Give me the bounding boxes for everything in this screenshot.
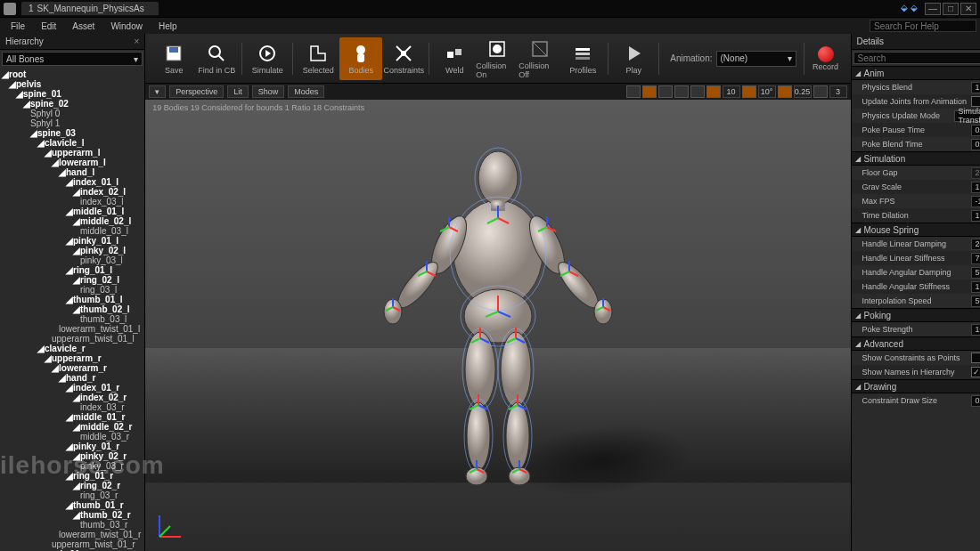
number-input[interactable]: 1.0 <box>971 82 980 93</box>
constraints-button[interactable]: Constraints <box>382 37 425 80</box>
document-tab[interactable]: 1 SK_Mannequin_PhysicsAs <box>21 2 159 15</box>
dropdown[interactable]: Simulation Upates Component Transform ▾ <box>954 110 980 122</box>
tree-node[interactable]: pinky_03_l <box>2 255 143 265</box>
viewport-options-button[interactable]: ▾ <box>149 85 166 98</box>
viewport-3d[interactable]: 19 Bodies 19 Considered for bounds 1 Rat… <box>145 100 850 551</box>
tree-node[interactable]: ◢hand_r <box>2 373 143 383</box>
bones-filter-dropdown[interactable]: All Bones ▾ <box>2 52 143 66</box>
number-input[interactable]: 50.0 <box>971 296 980 307</box>
tree-node[interactable]: index_03_l <box>2 197 143 207</box>
tree-node[interactable]: ◢thumb_02_l <box>2 304 143 314</box>
lit-button[interactable]: Lit <box>227 85 249 98</box>
tree-node[interactable]: Sphyl 0 <box>2 109 143 118</box>
minimize-button[interactable]: — <box>925 3 941 15</box>
collision-off-button[interactable]: Collision Off <box>519 37 561 80</box>
perspective-button[interactable]: Perspective <box>169 85 224 98</box>
close-button[interactable]: ✕ <box>960 3 976 15</box>
category-simulation[interactable]: ◢Simulation <box>852 151 980 166</box>
checkbox[interactable] <box>971 352 980 363</box>
checkbox[interactable]: ✓ <box>971 367 980 377</box>
tree-node[interactable]: ◢middle_02_l <box>2 216 143 226</box>
tree-node[interactable]: ◢thumb_01_l <box>2 295 143 304</box>
tree-node[interactable]: middle_03_l <box>2 226 143 236</box>
tree-node[interactable]: ◢ring_02_r <box>2 481 143 490</box>
tree-node[interactable]: upperarm_twist_01_l <box>2 334 143 344</box>
tree-node[interactable]: ◢spine_03 <box>2 128 143 138</box>
tree-node[interactable]: middle_03_r <box>2 432 143 442</box>
coord-space-icon[interactable] <box>690 85 705 98</box>
menu-edit[interactable]: Edit <box>34 20 63 33</box>
menu-file[interactable]: File <box>4 20 32 33</box>
tree-node[interactable]: ◢pinky_01_r <box>2 442 143 451</box>
tree-node[interactable]: ring_03_r <box>2 490 143 500</box>
category-poking[interactable]: ◢Poking <box>852 308 980 322</box>
profiles-button[interactable]: Profiles <box>561 37 604 80</box>
number-input[interactable]: 500.0 <box>971 267 980 279</box>
details-tab[interactable]: Details × <box>852 34 980 50</box>
tree-node[interactable]: ◢thumb_02_r <box>2 510 143 520</box>
category-anim[interactable]: ◢Anim <box>852 66 980 80</box>
tree-node[interactable]: ◢pinky_02_l <box>2 246 143 255</box>
checkbox[interactable] <box>971 96 980 107</box>
bodies-button[interactable]: Bodies <box>339 37 382 80</box>
tree-node[interactable]: lowerarm_twist_01_r <box>2 530 143 539</box>
camera-speed-value[interactable]: 3 <box>829 85 847 98</box>
tree-node[interactable]: ◢middle_01_l <box>2 207 143 216</box>
tree-node[interactable]: ◢hand_l <box>2 167 143 177</box>
tree-node[interactable]: ◢pinky_01_l <box>2 236 143 246</box>
tree-node[interactable]: ◢lowerarm_l <box>2 158 143 167</box>
animation-dropdown[interactable]: (None)▾ <box>716 51 796 67</box>
weld-button[interactable]: Weld <box>433 37 476 80</box>
tree-node[interactable]: ◢root <box>2 69 143 79</box>
tree-node[interactable]: ◢lowerarm_r <box>2 363 143 373</box>
angle-snap-icon[interactable] <box>742 85 756 98</box>
tree-node[interactable]: thumb_03_r <box>2 520 143 530</box>
source-control-icon[interactable]: ⬙ ⬙ <box>901 3 918 15</box>
tree-node[interactable]: ◢index_01_l <box>2 177 143 187</box>
modes-button[interactable]: Modes <box>288 85 324 98</box>
tree-node[interactable]: thumb_03_l <box>2 314 143 324</box>
number-input[interactable]: 1.0 <box>971 182 980 193</box>
number-input[interactable]: 100.0 <box>971 324 980 336</box>
number-input[interactable]: 25.0 <box>971 167 980 179</box>
category-mouse-spring[interactable]: ◢Mouse Spring <box>852 223 980 237</box>
tree-node[interactable]: ring_03_l <box>2 285 143 295</box>
number-input[interactable]: 0.5 <box>971 139 980 150</box>
rotate-tool-icon[interactable] <box>658 85 673 98</box>
tree-node[interactable]: ◢spine_01 <box>2 89 143 99</box>
tree-node[interactable]: ◢ring_01_l <box>2 265 143 275</box>
number-input[interactable]: 200.0 <box>971 239 980 250</box>
find-in-cb-button[interactable]: Find in CB <box>195 37 238 80</box>
save-button[interactable]: Save <box>152 37 195 80</box>
number-input[interactable]: -1 <box>971 196 980 207</box>
tree-node[interactable]: ◢index_01_r <box>2 383 143 393</box>
collision-on-button[interactable]: Collision On <box>476 37 519 80</box>
details-search-input[interactable] <box>853 52 980 64</box>
number-input[interactable]: 1500.0 <box>971 281 980 293</box>
tree-node[interactable]: lowerarm_twist_01_l <box>2 324 143 334</box>
close-panel-icon[interactable]: × <box>134 36 139 46</box>
grid-snap-value[interactable]: 10 <box>723 85 740 98</box>
tree-node[interactable]: upperarm_twist_01_r <box>2 539 143 549</box>
grid-snap-icon[interactable] <box>706 85 721 98</box>
number-input[interactable]: 0.01 <box>971 395 980 407</box>
tree-node[interactable]: ◢spine_02 <box>2 99 143 109</box>
number-input[interactable]: 1.0 <box>971 210 980 222</box>
camera-speed-icon[interactable] <box>813 85 828 98</box>
tree-node[interactable]: Sphyl 1 <box>2 118 143 128</box>
tree-node[interactable]: ◢upperarm_r <box>2 353 143 363</box>
tree-node[interactable]: index_03_r <box>2 402 143 412</box>
scale-snap-value[interactable]: 0.25 <box>794 85 812 98</box>
select-tool-icon[interactable] <box>626 85 641 98</box>
tree-node[interactable]: ◢upperarm_l <box>2 148 143 158</box>
show-button[interactable]: Show <box>252 85 285 98</box>
tree-node[interactable]: ◢pelvis <box>2 79 143 89</box>
category-drawing[interactable]: ◢Drawing <box>852 379 980 393</box>
tree-node[interactable]: ◢clavicle_l <box>2 138 143 148</box>
number-input[interactable]: 0.5 <box>971 125 980 136</box>
tree-node[interactable]: ◢clavicle_r <box>2 344 143 353</box>
menu-window[interactable]: Window <box>103 20 150 33</box>
simulate-button[interactable]: Simulate <box>246 37 289 80</box>
category-advanced[interactable]: ◢Advanced <box>852 336 980 351</box>
tree-node[interactable]: ◢index_02_l <box>2 187 143 197</box>
